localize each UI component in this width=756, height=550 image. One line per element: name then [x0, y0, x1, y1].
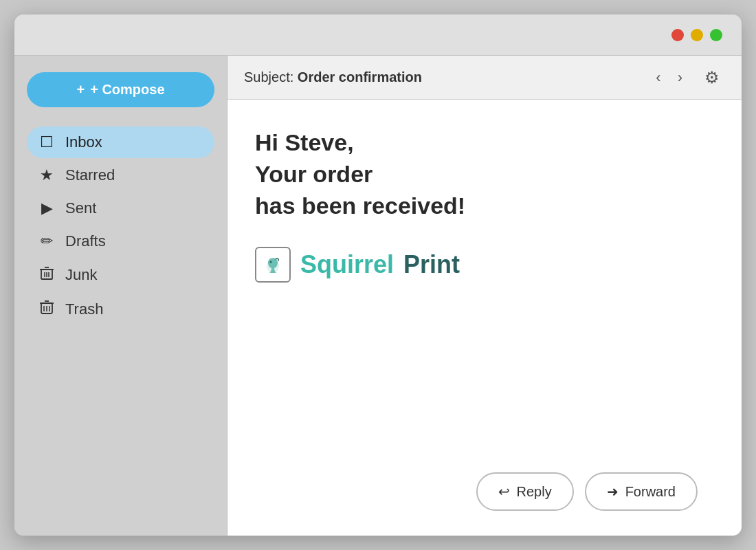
sidebar-item-label: Trash — [65, 300, 103, 318]
sidebar-item-junk[interactable]: Junk — [27, 258, 214, 292]
email-subject: Subject: Order confirmation — [244, 69, 639, 85]
prev-email-button[interactable]: ‹ — [650, 66, 666, 89]
junk-icon — [38, 265, 56, 285]
greeting-line1: Hi Steve, — [255, 127, 714, 159]
compose-plus-icon: + — [76, 82, 85, 98]
svg-point-13 — [270, 261, 272, 263]
greeting-line2: Your order — [255, 159, 714, 190]
forward-label: Forward — [625, 484, 676, 500]
sidebar-item-inbox[interactable]: ☐ Inbox — [27, 126, 214, 158]
sent-icon: ▶ — [38, 199, 56, 217]
compose-label: + Compose — [90, 82, 164, 98]
reply-arrow-icon: ↩ — [498, 483, 510, 500]
reply-button[interactable]: ↩ Reply — [476, 472, 574, 511]
inbox-icon: ☐ — [38, 133, 56, 151]
sidebar-item-label: Inbox — [65, 133, 102, 151]
sidebar-item-trash[interactable]: Trash — [27, 293, 214, 326]
app-window: + + Compose ☐ Inbox ★ Starred ▶ Sent — [14, 14, 742, 536]
sidebar-item-label: Starred — [65, 166, 115, 184]
email-header: Subject: Order confirmation ‹ › ⚙ — [227, 56, 742, 100]
email-actions: ↩ Reply ➜ Forward — [255, 461, 714, 522]
sidebar: + + Compose ☐ Inbox ★ Starred ▶ Sent — [14, 56, 227, 536]
sidebar-item-starred[interactable]: ★ Starred — [27, 160, 214, 191]
subject-value: Order confirmation — [298, 69, 422, 85]
sidebar-item-label: Sent — [65, 199, 96, 217]
nav-items: ☐ Inbox ★ Starred ▶ Sent ✏ Drafts — [27, 126, 214, 326]
close-button[interactable] — [671, 29, 684, 41]
sidebar-item-label: Junk — [65, 266, 97, 284]
forward-arrow-icon: ➜ — [607, 483, 619, 500]
sidebar-item-sent[interactable]: ▶ Sent — [27, 192, 214, 224]
maximize-button[interactable] — [710, 29, 722, 41]
email-nav-arrows: ‹ › — [650, 66, 688, 89]
next-email-button[interactable]: › — [672, 66, 688, 89]
company-logo: Squirrel Print — [255, 247, 714, 283]
logo-icon — [255, 247, 291, 283]
greeting-line3: has been received! — [255, 190, 714, 222]
titlebar — [14, 14, 742, 56]
main-content: + + Compose ☐ Inbox ★ Starred ▶ Sent — [14, 56, 742, 536]
settings-button[interactable]: ⚙ — [699, 65, 725, 90]
reply-label: Reply — [517, 484, 552, 500]
sidebar-item-drafts[interactable]: ✏ Drafts — [27, 226, 214, 257]
sidebar-item-label: Drafts — [65, 232, 106, 250]
compose-button[interactable]: + + Compose — [27, 72, 214, 107]
drafts-icon: ✏ — [38, 232, 56, 250]
logo-print-text: Print — [403, 250, 460, 279]
traffic-lights — [671, 29, 722, 41]
subject-prefix: Subject: — [244, 69, 298, 85]
logo-squirrel-text: Squirrel — [300, 250, 394, 279]
email-body: Hi Steve, Your order has been received! — [227, 100, 742, 536]
trash-icon — [38, 300, 56, 319]
email-greeting: Hi Steve, Your order has been received! — [255, 127, 714, 222]
email-panel: Subject: Order confirmation ‹ › ⚙ Hi Ste… — [227, 56, 742, 536]
minimize-button[interactable] — [691, 29, 703, 41]
forward-button[interactable]: ➜ Forward — [585, 472, 698, 511]
star-icon: ★ — [38, 166, 56, 184]
